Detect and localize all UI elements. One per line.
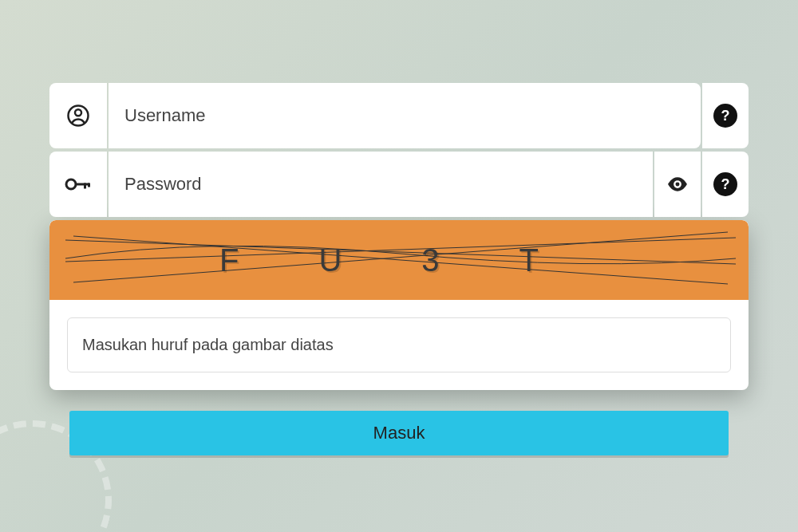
password-icon-box (49, 152, 107, 217)
password-input-box (109, 152, 653, 217)
username-row: ? (49, 83, 749, 148)
username-help-button[interactable]: ? (713, 104, 737, 128)
svg-rect-5 (88, 183, 90, 187)
login-form: ? ? (49, 83, 749, 455)
username-icon-box (49, 83, 107, 148)
key-icon (65, 176, 92, 192)
svg-rect-3 (75, 183, 89, 186)
username-input[interactable] (124, 105, 685, 126)
captcha-card: FU3T (49, 220, 749, 390)
submit-button[interactable]: Masuk (69, 411, 729, 455)
password-row: ? (49, 152, 749, 217)
captcha-text: FU3T (180, 242, 618, 278)
username-input-box (109, 83, 701, 148)
captcha-image: FU3T (49, 220, 749, 300)
svg-point-2 (66, 179, 76, 189)
svg-rect-4 (84, 183, 86, 189)
svg-point-6 (676, 183, 680, 187)
password-help-box: ? (702, 152, 749, 217)
user-icon (66, 104, 90, 128)
captcha-input[interactable] (67, 317, 731, 372)
captcha-body (49, 300, 749, 390)
svg-point-1 (75, 109, 81, 116)
password-visibility-box (654, 152, 701, 217)
password-input[interactable] (124, 174, 637, 195)
username-help-box: ? (702, 83, 749, 148)
eye-icon[interactable] (667, 177, 688, 191)
password-help-button[interactable]: ? (713, 172, 737, 196)
